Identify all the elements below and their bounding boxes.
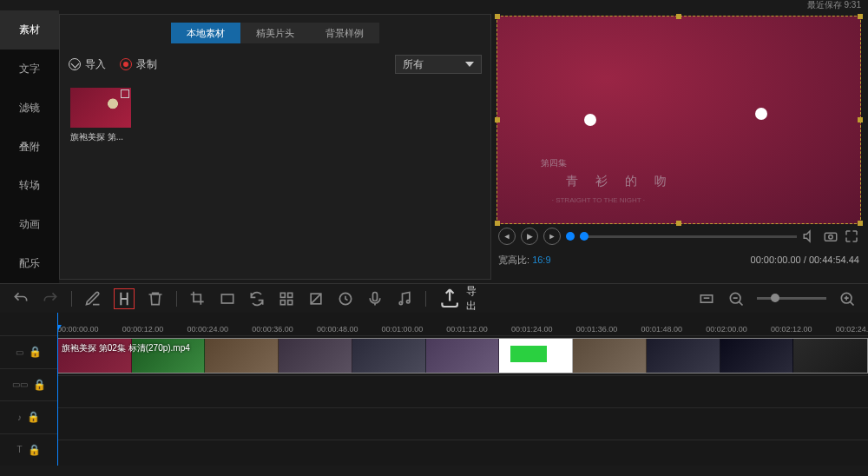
handle-ml[interactable] [495, 117, 500, 122]
undo-button[interactable] [12, 290, 30, 307]
ruler-mark: 00:01:48.00 [641, 325, 682, 334]
lock-icon: 🔒 [29, 346, 42, 358]
audio-track[interactable] [57, 407, 868, 440]
svg-rect-4 [288, 293, 293, 297]
delete-button[interactable] [147, 290, 164, 307]
edit-button[interactable] [84, 290, 102, 307]
thumbnail-frame [573, 339, 647, 373]
zoom-slider[interactable] [757, 297, 826, 300]
filter-select[interactable]: 所有 [395, 55, 482, 74]
voice-button[interactable] [366, 290, 384, 307]
handle-bl[interactable] [495, 221, 500, 226]
handle-mr[interactable] [858, 117, 863, 122]
preview-info: 宽高比: 16:9 00:00:00.00 / 00:44:54.44 [496, 248, 861, 271]
video-track[interactable]: 旗袍美探 第02集 标清(270p).mp4 [57, 335, 868, 375]
timeline: ▭🔒 ▭▭🔒 ♪🔒 T🔒 00:00:00.0000:00:12.0000:00… [0, 313, 868, 466]
record-button[interactable]: 录制 [120, 57, 157, 72]
audio-button[interactable] [396, 290, 413, 307]
chevron-down-icon [465, 62, 474, 67]
subtab-bg[interactable]: 背景样例 [310, 23, 379, 43]
handle-bm[interactable] [676, 221, 681, 226]
ratio-value[interactable]: 16:9 [532, 255, 550, 265]
mosaic-button[interactable] [278, 290, 295, 307]
speed-button[interactable] [337, 290, 354, 307]
zoom-in-button[interactable] [838, 290, 856, 307]
import-label: 导入 [85, 57, 106, 72]
prev-frame-button[interactable]: ◄ [498, 228, 516, 245]
overlay-dot [755, 108, 767, 120]
svg-rect-6 [288, 300, 293, 304]
ruler-mark: 00:00:00.00 [57, 325, 99, 334]
thumbnail-frame [58, 339, 132, 373]
thumbnail-frame [499, 339, 573, 373]
thumbnail-frame [647, 339, 720, 373]
sidetab-filter[interactable]: 滤镜 [0, 89, 59, 128]
import-row: 导入 录制 所有 [60, 51, 490, 77]
play-button[interactable]: ▶ [521, 228, 538, 245]
sidetab-media[interactable]: 素材 [0, 10, 59, 50]
export-button[interactable]: 导出 [438, 284, 478, 314]
text-track[interactable] [57, 440, 868, 466]
lock-icon: 🔒 [33, 379, 46, 391]
thumbnail-frame [279, 339, 352, 373]
fullscreen-button[interactable] [844, 228, 859, 244]
fit-button[interactable] [698, 290, 715, 307]
freeze-button[interactable] [307, 290, 325, 307]
redo-button[interactable] [42, 290, 59, 307]
side-tabs: 素材 文字 滤镜 叠附 转场 动画 配乐 [0, 10, 59, 283]
thumbnail-frame [793, 339, 867, 373]
sidetab-animation[interactable]: 动画 [0, 205, 59, 244]
svg-rect-0 [825, 233, 837, 241]
handle-tl[interactable] [495, 14, 500, 19]
track-head-video[interactable]: ▭🔒 [0, 335, 57, 368]
subtab-intro[interactable]: 精美片头 [240, 23, 310, 43]
record-label: 录制 [136, 57, 157, 72]
video-track-icon: ▭ [16, 347, 23, 357]
snapshot-button[interactable] [823, 228, 838, 244]
time-ruler[interactable]: 00:00:00.0000:00:12.0000:00:24.0000:00:3… [57, 313, 868, 335]
track-head-pip[interactable]: ▭▭🔒 [0, 368, 57, 401]
handle-tm[interactable] [676, 14, 681, 19]
zoom-out-button[interactable] [727, 290, 745, 307]
overlay-text-1: 第四集 [541, 157, 567, 169]
video-clip[interactable]: 旗袍美探 第02集 标清(270p).mp4 [57, 338, 868, 374]
pip-track[interactable] [57, 375, 868, 407]
media-clip[interactable]: 旗袍美探 第... [70, 88, 131, 143]
progress-bar[interactable] [580, 235, 797, 238]
play-controls: ◄ ▶ ► [496, 224, 861, 248]
sidetab-transition[interactable]: 转场 [0, 166, 59, 205]
thumbnail-frame [205, 339, 279, 373]
split-button[interactable] [114, 288, 135, 309]
sidetab-overlay[interactable]: 叠附 [0, 128, 59, 167]
time-current: 00:00:00.00 [751, 255, 801, 265]
playhead[interactable] [57, 313, 58, 466]
media-grid: 旗袍美探 第... [60, 77, 490, 279]
handle-tr[interactable] [858, 14, 863, 19]
rotate-button[interactable] [248, 290, 266, 307]
import-button[interactable]: 导入 [69, 57, 106, 72]
track-head-audio[interactable]: ♪🔒 [0, 400, 57, 433]
preview-panel: 第四集 青 衫 的 吻 · STRAIGHT TO THE NIGHT · ◄ … [496, 10, 868, 283]
track-head-text[interactable]: T🔒 [0, 433, 57, 466]
preview-viewport[interactable]: 第四集 青 衫 的 吻 · STRAIGHT TO THE NIGHT · [496, 16, 861, 224]
subtab-local[interactable]: 本地素材 [171, 23, 240, 43]
thumbnail-frame [720, 339, 794, 373]
svg-rect-5 [280, 300, 285, 304]
overlay-dot [584, 114, 596, 126]
sidetab-music[interactable]: 配乐 [0, 244, 59, 283]
export-label: 导出 [466, 284, 478, 314]
ruler-mark: 00:01:00.00 [382, 325, 424, 334]
ratio-button[interactable] [219, 290, 236, 307]
ruler-mark: 00:00:12.00 [122, 325, 164, 334]
crop-button[interactable] [189, 290, 207, 307]
ruler-mark: 00:02:24.00 [836, 325, 868, 334]
tracks-area[interactable]: 00:00:00.0000:00:12.0000:00:24.0000:00:3… [57, 313, 868, 466]
svg-rect-3 [280, 293, 285, 297]
next-frame-button[interactable]: ► [543, 228, 561, 245]
sidetab-text[interactable]: 文字 [0, 50, 59, 89]
thumbnail-frame [426, 339, 500, 373]
handle-br[interactable] [858, 221, 863, 226]
volume-button[interactable] [802, 228, 818, 244]
lock-icon: 🔒 [28, 444, 41, 456]
svg-point-10 [399, 301, 402, 304]
